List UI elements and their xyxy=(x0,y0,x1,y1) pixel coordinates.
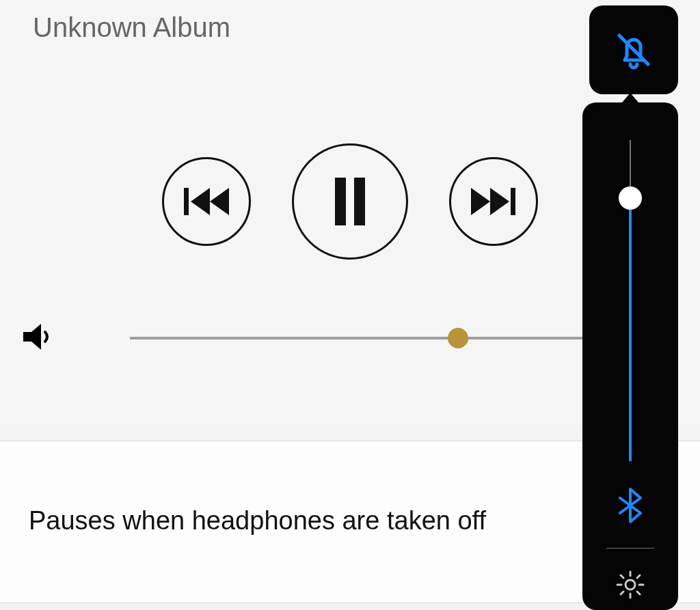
svg-point-10 xyxy=(625,580,635,590)
svg-rect-7 xyxy=(511,188,515,215)
svg-rect-3 xyxy=(335,178,346,225)
previous-button[interactable] xyxy=(162,157,251,246)
skip-previous-icon xyxy=(183,184,230,219)
bluetooth-icon[interactable] xyxy=(616,486,645,527)
do-not-disturb-button[interactable] xyxy=(589,5,678,94)
svg-marker-6 xyxy=(490,188,509,215)
headphone-pause-row[interactable]: Pauses when headphones are taken off xyxy=(29,506,671,536)
svg-marker-8 xyxy=(23,324,41,350)
svg-marker-5 xyxy=(471,188,490,215)
svg-rect-0 xyxy=(184,188,189,215)
slider-lower-track xyxy=(629,198,632,461)
gear-icon[interactable] xyxy=(615,569,646,603)
album-title: Unknown Album xyxy=(33,12,230,43)
bell-off-icon xyxy=(610,26,658,74)
speaker-icon xyxy=(21,320,55,357)
volume-thumb[interactable] xyxy=(448,328,468,348)
system-volume-panel xyxy=(582,102,678,610)
volume-slider[interactable] xyxy=(130,337,659,339)
pause-button[interactable] xyxy=(292,143,408,260)
system-volume-thumb[interactable] xyxy=(619,186,642,210)
volume-row xyxy=(21,311,659,365)
dnd-caret xyxy=(622,93,638,102)
svg-marker-2 xyxy=(210,188,229,215)
svg-marker-1 xyxy=(191,188,210,215)
skip-next-icon xyxy=(470,184,517,219)
system-volume-slider[interactable] xyxy=(628,140,632,461)
panel-divider xyxy=(606,548,654,549)
pause-icon xyxy=(329,178,371,225)
panel-icon-group xyxy=(582,486,678,610)
svg-rect-4 xyxy=(354,178,365,225)
next-button[interactable] xyxy=(449,157,538,246)
